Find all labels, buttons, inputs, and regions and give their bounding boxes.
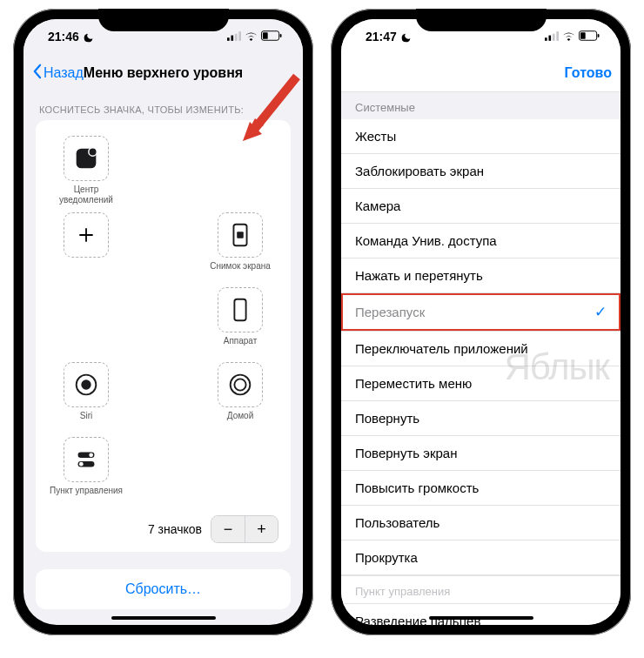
grid-item-control-center[interactable]: Пункт управления (48, 437, 124, 505)
grid-item-home[interactable]: Домой (202, 362, 278, 430)
status-time: 21:46 (48, 30, 79, 44)
home-indicator[interactable] (111, 616, 216, 620)
moon-icon (400, 30, 412, 44)
reset-button[interactable]: Сбросить… (36, 569, 291, 609)
notch (416, 9, 547, 31)
stepper-minus[interactable]: − (211, 516, 245, 542)
svg-rect-5 (263, 32, 268, 39)
list-item[interactable]: Заблокировать экран (341, 154, 621, 189)
check-icon: ✓ (594, 303, 607, 321)
nav-bar: Готово (341, 54, 621, 92)
grid-item-screenshot[interactable]: Снимок экрана (202, 212, 278, 280)
svg-point-15 (234, 379, 245, 390)
grid-item-empty-2[interactable] (48, 287, 124, 355)
list-item[interactable]: Повернуть экран (341, 436, 621, 471)
svg-point-8 (89, 148, 97, 156)
moon-icon (83, 30, 94, 44)
list-item[interactable]: Перезапуск✓ (341, 293, 621, 332)
list-item[interactable]: Команда Унив. доступа (341, 224, 621, 258)
list-section-control: Пункт управления (341, 575, 621, 604)
screen-left: 21:46 Назад Меню верхнего уровня КОСНИТЕ… (23, 19, 303, 625)
list-control: Разведение пальцевРазвести пальцы и пове… (341, 604, 621, 625)
signal-icon (545, 30, 559, 44)
svg-point-19 (79, 462, 84, 467)
svg-rect-2 (235, 34, 238, 41)
list-item[interactable]: Пользователь (341, 506, 621, 540)
grid-item-device[interactable]: Аппарат (202, 287, 278, 355)
svg-rect-21 (545, 37, 547, 41)
svg-rect-6 (280, 34, 282, 37)
list-item[interactable]: Камера (341, 189, 621, 224)
svg-rect-27 (598, 34, 600, 37)
list-item[interactable]: Повысить громкость (341, 471, 621, 506)
svg-rect-3 (238, 31, 241, 41)
phone-right: 21:47 Готово Системные ЖестыЗаблокироват… (331, 9, 631, 635)
svg-rect-26 (580, 32, 586, 39)
svg-point-17 (89, 453, 93, 457)
svg-rect-24 (556, 31, 559, 41)
svg-point-14 (231, 375, 251, 395)
list-item[interactable]: Разведение пальцев (341, 604, 621, 625)
list-section-system: Системные (341, 92, 621, 119)
svg-rect-22 (548, 36, 551, 41)
phone-left: 21:46 Назад Меню верхнего уровня КОСНИТЕ… (13, 9, 313, 635)
screen-right: 21:47 Готово Системные ЖестыЗаблокироват… (341, 19, 621, 625)
stepper: − + (211, 515, 278, 543)
svg-rect-10 (237, 232, 244, 238)
list-item[interactable]: Прокрутка (341, 540, 621, 575)
grid-item-empty-1[interactable] (202, 136, 278, 205)
status-time: 21:47 (366, 30, 397, 44)
grid-item-add[interactable] (48, 212, 124, 280)
wifi-icon (245, 30, 258, 44)
icon-grid-card: Центр уведомлений Снимок экрана (36, 120, 291, 552)
back-label: Назад (44, 65, 84, 81)
back-button[interactable]: Назад (32, 64, 84, 83)
stepper-plus[interactable]: + (245, 516, 278, 542)
battery-icon (579, 30, 600, 44)
list-item[interactable]: Жесты (341, 119, 621, 154)
svg-rect-11 (234, 299, 245, 321)
battery-icon (261, 30, 282, 44)
chevron-left-icon (32, 64, 42, 83)
svg-rect-23 (553, 34, 555, 41)
watermark: Яблык (504, 346, 609, 388)
svg-rect-0 (227, 37, 230, 41)
grid-item-siri[interactable]: Siri (48, 362, 124, 430)
signal-icon (227, 30, 241, 44)
list-item[interactable]: Нажать и перетянуть (341, 258, 621, 293)
svg-point-13 (81, 379, 91, 389)
list-item[interactable]: Повернуть (341, 401, 621, 436)
notch (98, 9, 229, 31)
nav-bar: Назад Меню верхнего уровня (23, 54, 303, 92)
home-indicator[interactable] (429, 616, 533, 620)
section-hint: КОСНИТЕСЬ ЗНАЧКА, ЧТОБЫ ИЗМЕНИТЬ: (23, 92, 303, 120)
grid-item-notifications[interactable]: Центр уведомлений (48, 136, 124, 205)
done-button[interactable]: Готово (565, 65, 612, 81)
icon-count: 7 значков (148, 522, 202, 536)
stepper-row: 7 значков − + (48, 515, 278, 543)
icon-grid: Центр уведомлений Снимок экрана (48, 136, 278, 505)
svg-rect-1 (231, 36, 233, 41)
wifi-icon (562, 30, 575, 44)
